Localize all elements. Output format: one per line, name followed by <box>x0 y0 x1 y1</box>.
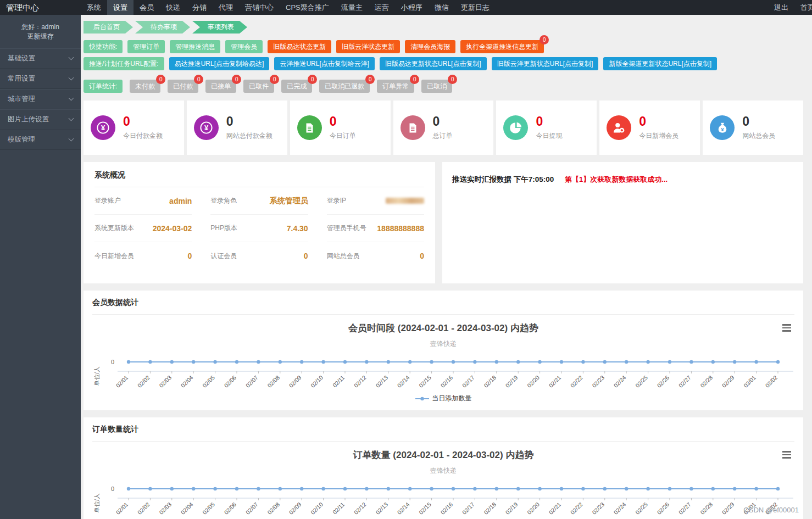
data-point <box>257 487 260 490</box>
svg-text:¥: ¥ <box>204 124 209 132</box>
top-menu-item[interactable]: CPS聚合推广 <box>280 0 335 15</box>
top-menu-item[interactable]: 更新日志 <box>455 0 496 15</box>
top-menu-item[interactable]: 代理 <box>213 0 239 15</box>
badge: 0 <box>270 75 279 84</box>
stat-value: 0 <box>536 115 562 128</box>
sidebar-menu: 基础设置常用设置城市管理图片上传设置模版管理 <box>0 48 81 150</box>
quick-action-button[interactable]: 管理推送消息 <box>170 40 220 53</box>
top-menu-item[interactable]: 营销中心 <box>239 0 280 15</box>
top-menu-item[interactable]: 小程序 <box>395 0 429 15</box>
top-menu-right-item[interactable]: 首页 <box>794 0 812 15</box>
stat-value: 0 <box>330 115 356 128</box>
top-menu-item[interactable]: 运营 <box>369 0 395 15</box>
x-tick-label: 02/14 <box>396 374 411 389</box>
top-menu-item[interactable]: 流量主 <box>335 0 369 15</box>
stat-card-body: 0网站总付款金额 <box>226 115 272 140</box>
data-point <box>235 360 238 364</box>
system-overview-grid: 登录账户admin登录角色系统管理员登录IP系统更新版本2024-03-02PH… <box>94 187 424 270</box>
overview-field-value: 系统管理员 <box>270 196 308 206</box>
x-tick-label: 02/02 <box>136 374 151 389</box>
x-tick-label: 02/21 <box>547 501 562 516</box>
breadcrumb-item[interactable]: 事项列表 <box>192 21 247 34</box>
sidebar-item[interactable]: 图片上传设置 <box>0 109 81 130</box>
order-status-button[interactable]: 已完成0 <box>281 80 312 93</box>
top-menu-item[interactable]: 会员 <box>134 0 160 15</box>
sidebar-item[interactable]: 城市管理 <box>0 89 81 109</box>
svg-text:¥: ¥ <box>101 124 105 132</box>
x-tick-label: 02/15 <box>418 374 432 389</box>
top-nav: 管理中心 系统设置会员快递分销代理营销中心CPS聚合推广流量主运营小程序微信更新… <box>0 0 812 15</box>
top-menu-right-item[interactable]: 退出 <box>768 0 794 15</box>
x-tick-label: 02/05 <box>201 501 216 516</box>
quick-action-button[interactable]: 管理会员 <box>225 40 263 53</box>
url-copy-button[interactable]: 旧版云洋更新状态URL[点击复制] <box>492 57 599 70</box>
stat-card: ¥0网站总付款金额 <box>187 101 287 155</box>
sidebar-item[interactable]: 模版管理 <box>0 130 81 150</box>
status-update-button[interactable]: 旧版易达状态更新 <box>268 40 331 53</box>
order-status-button[interactable]: 已取消已退款0 <box>319 80 370 93</box>
stat-label: 今日提现 <box>536 131 562 141</box>
push-report-title: 推送实时汇报数据 下午7:05:00 <box>452 175 554 183</box>
data-point <box>170 360 174 364</box>
data-point <box>495 360 498 364</box>
order-stats-row: 订单统计:未付款0已付款0已接单0已取件0已完成0已取消已退款0订单异常0已取消… <box>84 80 803 93</box>
order-status-button[interactable]: 已付款0 <box>168 80 198 93</box>
data-point <box>625 487 628 490</box>
order-status-button[interactable]: 订单异常0 <box>377 80 414 93</box>
stat-card-body: 0总订单 <box>433 115 453 140</box>
x-tick-label: 02/29 <box>721 374 736 389</box>
x-axis-labels: 02/0102/0202/0302/0402/0502/0602/0702/08… <box>114 498 778 516</box>
url-copy-button[interactable]: 云洋推送URL[点击复制给云洋] <box>274 57 375 70</box>
url-copy-button[interactable]: 新版全渠道更新状态URL[点击复制] <box>603 57 717 70</box>
top-menu-item[interactable]: 设置 <box>107 0 134 15</box>
top-menu-item[interactable]: 快递 <box>160 0 186 15</box>
breadcrumb-item[interactable]: 待办事项 <box>135 21 190 34</box>
status-update-button[interactable]: 清理会员海报 <box>405 40 455 53</box>
data-point <box>581 360 585 364</box>
x-tick-label: 02/11 <box>331 374 346 389</box>
x-tick-label: 02/15 <box>418 501 432 516</box>
legend-item[interactable]: 当日添加数量 <box>92 394 794 403</box>
x-tick-label: 02/12 <box>353 501 368 516</box>
status-update-button[interactable]: 执行全渠道推送信息更新0 <box>460 40 544 53</box>
stat-card: 0今日订单 <box>290 101 391 155</box>
badge: 0 <box>540 35 549 44</box>
line-chart-svg: 单位/人002/0102/0202/0302/0402/0502/0602/07… <box>92 481 794 519</box>
url-copy-button[interactable]: 旧版易达更新状态URL[点击复制] <box>380 57 487 70</box>
top-menu-item[interactable]: 微信 <box>429 0 455 15</box>
order-status-button[interactable]: 已取消0 <box>421 80 452 93</box>
document-icon <box>401 115 425 140</box>
data-point <box>408 487 411 490</box>
top-menu-item[interactable]: 分销 <box>186 0 213 15</box>
data-point <box>387 487 390 490</box>
x-tick-label: 02/25 <box>634 374 649 389</box>
stat-card: 0今日新增会员 <box>599 101 700 155</box>
order-status-button[interactable]: 已接单0 <box>205 80 236 93</box>
chart-toolbox-icon[interactable] <box>782 324 791 333</box>
data-point <box>516 360 520 364</box>
status-update-button[interactable]: 旧版云洋状态更新 <box>336 40 400 53</box>
update-cache-link[interactable]: 更新缓存 <box>0 32 81 41</box>
sidebar-item[interactable]: 基础设置 <box>0 48 81 69</box>
badge: 0 <box>194 75 203 84</box>
order-status-button[interactable]: 已取件0 <box>243 80 274 93</box>
sidebar-item-label: 常用设置 <box>8 74 35 83</box>
overview-field-label: PHP版本 <box>210 224 237 233</box>
url-copy-button[interactable]: 易达推送URL[点击复制给易达] <box>169 57 270 70</box>
push-report-message: 第【1】次获取新数据获取成功... <box>565 175 668 183</box>
order-chart-section-title: 订单数量统计 <box>92 425 794 442</box>
stat-card: 0今日提现 <box>496 101 597 155</box>
system-overview-panel: 系统概况 登录账户admin登录角色系统管理员登录IP系统更新版本2024-03… <box>84 162 435 283</box>
order-stats-label: 订单统计: <box>84 80 123 93</box>
data-point <box>754 487 758 490</box>
quick-action-button[interactable]: 管理订单 <box>127 40 165 53</box>
badge: 0 <box>365 75 375 84</box>
chart-toolbox-icon[interactable] <box>782 451 791 460</box>
order-status-button[interactable]: 未付款0 <box>130 80 160 93</box>
x-tick-label: 02/23 <box>591 501 605 516</box>
x-tick-label: 02/01 <box>114 374 129 389</box>
data-point <box>148 360 152 364</box>
top-menu-item[interactable]: 系统 <box>81 0 107 15</box>
breadcrumb-item[interactable]: 后台首页 <box>84 21 133 34</box>
sidebar-item[interactable]: 常用设置 <box>0 69 81 89</box>
